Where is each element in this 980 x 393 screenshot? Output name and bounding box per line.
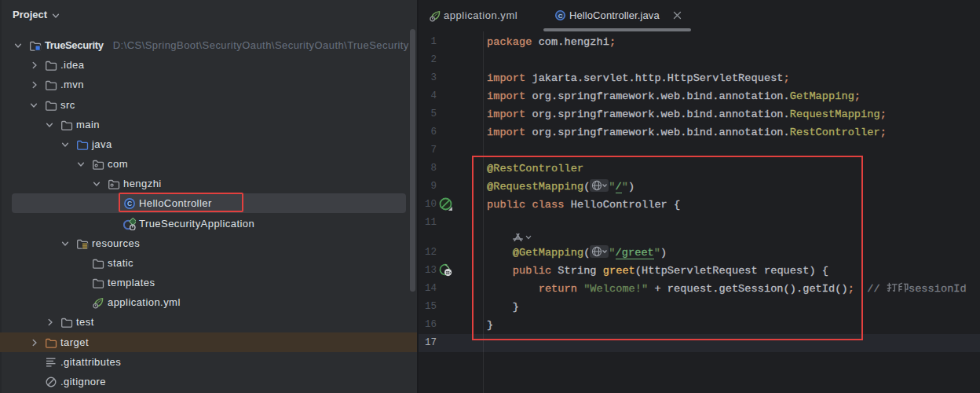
svg-text:C: C — [558, 13, 563, 20]
